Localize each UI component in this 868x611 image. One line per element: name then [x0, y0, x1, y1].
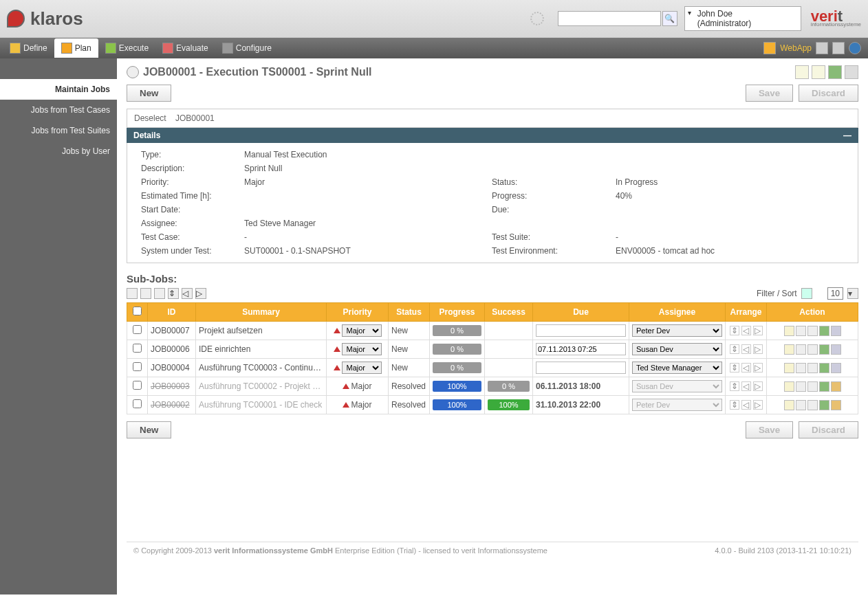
col-assignee[interactable]: Assignee: [629, 303, 726, 322]
row-checkbox[interactable]: [133, 362, 142, 371]
col-status[interactable]: Status: [389, 303, 430, 322]
arrange-prev-icon[interactable]: ◁: [741, 381, 751, 391]
action-print-icon[interactable]: [796, 381, 806, 392]
breadcrumb-deselect[interactable]: Deselect: [134, 113, 166, 123]
arrange-prev-icon[interactable]: ◁: [741, 326, 751, 335]
new-button-bottom[interactable]: New: [127, 421, 171, 438]
action-print-icon[interactable]: [796, 326, 806, 336]
row-checkbox[interactable]: [133, 381, 142, 390]
assignee-select[interactable]: Ted Steve Manager: [632, 362, 722, 374]
arrange-sort-icon[interactable]: ⇕: [730, 344, 739, 354]
action-copy-icon[interactable]: [807, 381, 818, 392]
discard-button[interactable]: Discard: [799, 85, 858, 102]
action-delete-icon[interactable]: [819, 400, 829, 410]
arrange-sort-icon[interactable]: ⇕: [730, 326, 739, 335]
row-checkbox[interactable]: [133, 344, 142, 353]
select-all-checkbox[interactable]: [133, 307, 142, 315]
assignee-select[interactable]: Peter Dev: [632, 324, 722, 337]
row-checkbox[interactable]: [133, 325, 142, 334]
sort-icon[interactable]: ⇕: [168, 288, 179, 299]
save-button[interactable]: Save: [746, 85, 793, 102]
due-input[interactable]: [536, 324, 626, 337]
sidebar-item-jobs-from-test-cases[interactable]: Jobs from Test Cases: [0, 100, 117, 120]
webapp-link[interactable]: WebApp: [780, 43, 812, 53]
nav-define[interactable]: Define: [3, 38, 54, 58]
action-print-icon[interactable]: [796, 363, 806, 373]
filter-icon[interactable]: [801, 288, 812, 299]
collapse-icon[interactable]: —: [843, 131, 851, 140]
save-button-bottom[interactable]: Save: [746, 421, 793, 438]
arrange-prev-icon[interactable]: ◁: [741, 344, 751, 354]
action-delete-icon[interactable]: [819, 363, 829, 373]
action-copy-icon[interactable]: [807, 326, 818, 336]
next-page-icon[interactable]: ▷: [195, 288, 206, 299]
global-search-input[interactable]: [558, 11, 661, 26]
help-icon[interactable]: [849, 42, 861, 54]
action-print-icon[interactable]: [796, 344, 806, 355]
search-button[interactable]: 🔍: [662, 11, 677, 26]
action-gear-icon[interactable]: [831, 344, 841, 355]
new-button[interactable]: New: [127, 85, 171, 102]
arrange-next-icon[interactable]: ▷: [753, 326, 763, 335]
col-summary[interactable]: Summary: [196, 303, 327, 322]
col-arrange[interactable]: Arrange: [726, 303, 767, 322]
page-size-dropdown-icon[interactable]: ▾: [847, 288, 858, 299]
sidebar-item-jobs-from-test-suites[interactable]: Jobs from Test Suites: [0, 120, 117, 141]
sidebar-item-maintain-jobs[interactable]: Maintain Jobs: [0, 79, 117, 100]
filter-sort-link[interactable]: Filter / Sort: [757, 289, 797, 298]
user-dropdown[interactable]: John Doe (Administrator): [684, 6, 801, 31]
action-delete-icon[interactable]: [819, 344, 829, 355]
prev-page-icon[interactable]: ◁: [182, 288, 193, 299]
nav-plan[interactable]: Plan: [54, 38, 98, 58]
copy-list-icon[interactable]: [154, 288, 165, 299]
arrange-prev-icon[interactable]: ◁: [741, 363, 751, 373]
discard-button-bottom[interactable]: Discard: [799, 421, 858, 438]
edit-icon[interactable]: [795, 65, 809, 79]
priority-select[interactable]: Major: [342, 362, 382, 374]
action-copy-icon[interactable]: [807, 363, 818, 373]
action-clip-icon[interactable]: [831, 381, 841, 392]
nav-configure[interactable]: Configure: [215, 38, 279, 58]
sidebar-item-jobs-by-user[interactable]: Jobs by User: [0, 141, 117, 162]
col-progress[interactable]: Progress: [430, 303, 485, 322]
action-edit-icon[interactable]: [784, 381, 794, 392]
arrange-next-icon[interactable]: ▷: [753, 344, 763, 354]
col-id[interactable]: ID: [148, 303, 196, 322]
action-gear-icon[interactable]: [831, 363, 841, 373]
action-copy-icon[interactable]: [807, 344, 818, 355]
arrange-sort-icon[interactable]: ⇕: [730, 363, 739, 373]
priority-select[interactable]: Major: [342, 324, 382, 337]
nav-evaluate[interactable]: Evaluate: [155, 38, 215, 58]
assignee-select[interactable]: Susan Dev: [632, 343, 722, 355]
print-icon[interactable]: [812, 65, 825, 79]
arrange-prev-icon[interactable]: ◁: [741, 400, 751, 410]
archive-list-icon[interactable]: [140, 288, 151, 299]
arrange-next-icon[interactable]: ▷: [753, 363, 763, 373]
col-action[interactable]: Action: [767, 303, 858, 322]
action-copy-icon[interactable]: [807, 400, 818, 410]
col-success[interactable]: Success: [485, 303, 533, 322]
col-due[interactable]: Due: [533, 303, 629, 322]
action-print-icon[interactable]: [796, 400, 806, 410]
settings-icon[interactable]: [845, 65, 858, 79]
print-list-icon[interactable]: [127, 288, 138, 299]
action-delete-icon[interactable]: [819, 381, 829, 392]
arrange-next-icon[interactable]: ▷: [753, 400, 763, 410]
archive-icon[interactable]: [828, 65, 842, 79]
arrange-sort-icon[interactable]: ⇕: [730, 400, 739, 410]
col-priority[interactable]: Priority: [327, 303, 389, 322]
due-input[interactable]: [536, 362, 626, 374]
action-edit-icon[interactable]: [784, 400, 794, 410]
action-edit-icon[interactable]: [784, 326, 794, 336]
action-edit-icon[interactable]: [784, 344, 794, 355]
row-checkbox[interactable]: [133, 399, 142, 408]
toolbar-icon-2[interactable]: [832, 42, 845, 54]
details-header[interactable]: Details—: [127, 128, 858, 143]
action-clip-icon[interactable]: [831, 400, 841, 410]
arrange-next-icon[interactable]: ▷: [753, 381, 763, 391]
action-edit-icon[interactable]: [784, 363, 794, 373]
toolbar-icon-1[interactable]: [816, 42, 828, 54]
action-delete-icon[interactable]: [819, 326, 829, 336]
due-input[interactable]: [536, 343, 626, 355]
action-gear-icon[interactable]: [831, 326, 841, 336]
